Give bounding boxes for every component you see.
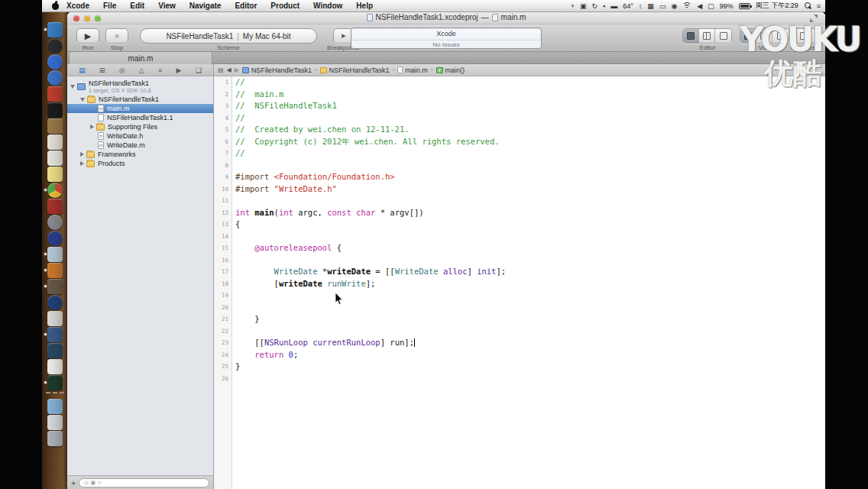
assistant-editor-button[interactable] bbox=[699, 29, 715, 43]
forward-icon[interactable]: ▶ bbox=[235, 66, 239, 73]
navigator-row-writedate-m[interactable]: mWriteDate.m bbox=[67, 141, 213, 150]
battery-percent-text[interactable]: 99% bbox=[720, 2, 734, 10]
widget-icon[interactable]: ▬ bbox=[611, 0, 617, 12]
terminal-icon[interactable] bbox=[44, 102, 65, 118]
filter-scope-icon[interactable]: ⌗ bbox=[98, 480, 101, 486]
jumpbar-crumb-nsfilehandletask1[interactable]: NSFileHandleTask1 bbox=[320, 66, 390, 74]
navigator-row-nsfilehandletask1[interactable]: NSFileHandleTask11 target, OS X SDK 10.8 bbox=[67, 78, 213, 95]
notification-center-icon[interactable]: ≡ bbox=[817, 0, 821, 12]
sync-icon[interactable]: ↻ bbox=[591, 0, 598, 12]
menu-help[interactable]: Help bbox=[349, 0, 380, 12]
breakpoint-navigator-icon[interactable]: ▶ bbox=[177, 65, 182, 76]
compass-app-icon[interactable] bbox=[44, 294, 65, 310]
disclosure-triangle[interactable] bbox=[80, 161, 84, 166]
disclosure-triangle[interactable] bbox=[70, 85, 75, 89]
battery-icon[interactable] bbox=[739, 3, 750, 9]
photoshop-app-icon[interactable] bbox=[44, 342, 65, 358]
version-editor-button[interactable] bbox=[715, 29, 731, 43]
keyboard-grid-icon[interactable]: ▦ bbox=[647, 0, 654, 12]
red-app-icon[interactable] bbox=[44, 198, 65, 214]
ime-box-icon[interactable]: ▢ bbox=[708, 0, 714, 12]
filter-field[interactable]: ◷▣⌗ bbox=[79, 478, 209, 487]
search-navigator-icon[interactable]: ◎ bbox=[119, 65, 125, 76]
green-terminal-icon[interactable] bbox=[44, 374, 65, 390]
navigator-row-frameworks[interactable]: Frameworks bbox=[67, 150, 213, 159]
disclosure-triangle[interactable] bbox=[90, 125, 94, 129]
document-stack-icon[interactable] bbox=[44, 414, 65, 430]
menu-edit[interactable]: Edit bbox=[123, 0, 151, 12]
organizer-button[interactable] bbox=[791, 28, 817, 44]
filter-scope-icon[interactable]: ◷ bbox=[83, 480, 88, 486]
back-icon[interactable]: ◀ bbox=[227, 66, 232, 73]
menu-product[interactable]: Product bbox=[264, 0, 306, 12]
log-navigator-icon[interactable]: ❑ bbox=[196, 65, 202, 76]
navigator-row-nsfilehandletask1[interactable]: NSFileHandleTask1 bbox=[67, 95, 213, 104]
disclosure-triangle[interactable] bbox=[80, 152, 84, 157]
standard-editor-button[interactable] bbox=[683, 29, 699, 43]
camera-icon[interactable]: ▣ bbox=[580, 0, 587, 12]
waveform-app-icon[interactable] bbox=[44, 358, 65, 374]
mail-icon[interactable] bbox=[44, 70, 65, 86]
spotlight-icon[interactable] bbox=[804, 2, 811, 10]
tab-main-m[interactable]: main.m bbox=[69, 52, 212, 64]
menu-view[interactable]: View bbox=[151, 0, 183, 12]
debug-navigator-icon[interactable]: ≡ bbox=[158, 65, 162, 76]
xcode-icon[interactable] bbox=[44, 326, 65, 342]
documents-app-icon[interactable] bbox=[44, 310, 65, 326]
menu-navigate[interactable]: Navigate bbox=[183, 0, 228, 12]
brown-app-icon[interactable] bbox=[44, 278, 65, 294]
run-button[interactable]: ▶ bbox=[76, 28, 99, 44]
project-navigator-icon[interactable]: ▤ bbox=[79, 65, 86, 76]
fullscreen-icon[interactable] bbox=[810, 15, 818, 22]
plus-icon[interactable]: + bbox=[571, 0, 575, 12]
calendar-icon[interactable] bbox=[44, 134, 65, 150]
source-code-editor[interactable]: 1//2// main.m3// NSFileHandleTask14//5//… bbox=[214, 76, 825, 489]
add-button[interactable]: + bbox=[71, 478, 76, 487]
system-preferences-icon[interactable] bbox=[44, 214, 65, 230]
menu-editor[interactable]: Editor bbox=[228, 0, 264, 12]
volume-icon[interactable]: ◀ bbox=[697, 0, 702, 12]
window-titlebar[interactable]: NSFileHandleTask1.xcodeproj — main.m bbox=[67, 12, 825, 24]
itunes-icon[interactable] bbox=[44, 53, 65, 70]
menu-file[interactable]: File bbox=[96, 0, 123, 12]
menu-xcode[interactable]: Xcode bbox=[60, 0, 96, 12]
chrome-icon[interactable] bbox=[44, 182, 65, 198]
display-icon[interactable]: ▭ bbox=[659, 0, 666, 12]
filter-scope-icon[interactable]: ▣ bbox=[91, 480, 96, 486]
stop-button[interactable]: ■ bbox=[105, 28, 128, 44]
disclosure-triangle[interactable] bbox=[80, 98, 85, 102]
finder-icon[interactable] bbox=[44, 21, 65, 37]
related-files-icon[interactable]: ▤ bbox=[218, 66, 224, 73]
temperature-text[interactable]: 64° bbox=[623, 2, 633, 10]
iphoto-icon[interactable] bbox=[44, 118, 65, 134]
downloads-folder-icon[interactable] bbox=[44, 398, 65, 414]
preview-app-icon[interactable] bbox=[44, 246, 65, 262]
stickies-icon[interactable] bbox=[44, 166, 65, 182]
debug-area-toggle-button[interactable] bbox=[756, 29, 772, 43]
lock-icon[interactable]: ▪ bbox=[603, 0, 605, 12]
navigator-row-products[interactable]: Products bbox=[67, 159, 213, 168]
utilities-toggle-button[interactable] bbox=[772, 29, 789, 43]
navigator-row-nsfilehandletask1-1[interactable]: NSFileHandleTask1.1 bbox=[67, 113, 213, 122]
screen-share-icon[interactable] bbox=[44, 86, 65, 102]
notes-icon[interactable] bbox=[44, 150, 65, 166]
clock-text[interactable]: 周三 下午2:29 bbox=[756, 1, 798, 11]
globe-app-icon[interactable] bbox=[44, 230, 65, 246]
navigator-row-supporting-files[interactable]: Supporting Files bbox=[67, 122, 213, 131]
symbol-navigator-icon[interactable]: ⊞ bbox=[99, 65, 105, 76]
apple-menu-icon[interactable] bbox=[51, 2, 60, 10]
jumpbar-crumb-nsfilehandletask1[interactable]: NSFileHandleTask1 bbox=[242, 66, 312, 74]
jumpbar-crumb-main-[interactable]: fmain() bbox=[436, 66, 465, 74]
menu-window[interactable]: Window bbox=[306, 0, 349, 12]
updown-arrows-icon[interactable]: ↕ bbox=[639, 0, 643, 12]
scheme-selector[interactable]: NSFileHandleTask1 | My Mac 64-bit bbox=[140, 28, 317, 44]
dashboard-icon[interactable] bbox=[44, 37, 65, 53]
navigator-row-main-m[interactable]: mmain.m bbox=[67, 104, 213, 113]
issue-navigator-icon[interactable]: △ bbox=[139, 65, 144, 76]
navigator-row-writedate-h[interactable]: hWriteDate.h bbox=[67, 131, 213, 141]
navigator-toggle-button[interactable] bbox=[740, 29, 756, 43]
jumpbar-crumb-main-m[interactable]: main.m bbox=[397, 66, 428, 74]
trash-icon[interactable] bbox=[44, 430, 65, 446]
orange-app-icon[interactable] bbox=[44, 262, 65, 278]
input-dot-icon[interactable]: ◉ bbox=[671, 0, 677, 12]
